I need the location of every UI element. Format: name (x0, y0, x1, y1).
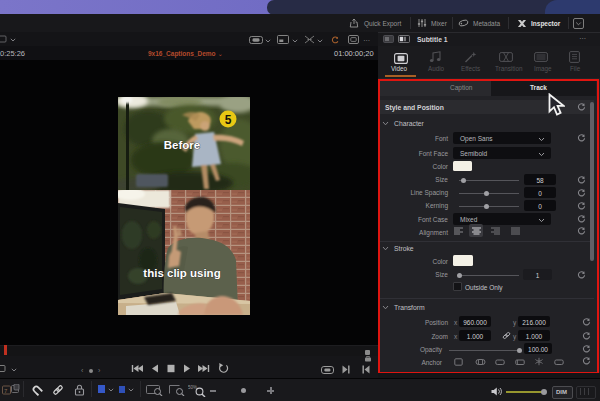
svg-text:this clip using: this clip using (143, 267, 220, 279)
svg-text:Before: Before (164, 139, 200, 151)
svg-text:50%: 50% (188, 385, 197, 390)
svg-text:5: 5 (225, 113, 232, 127)
svg-text:7: 7 (4, 388, 8, 394)
